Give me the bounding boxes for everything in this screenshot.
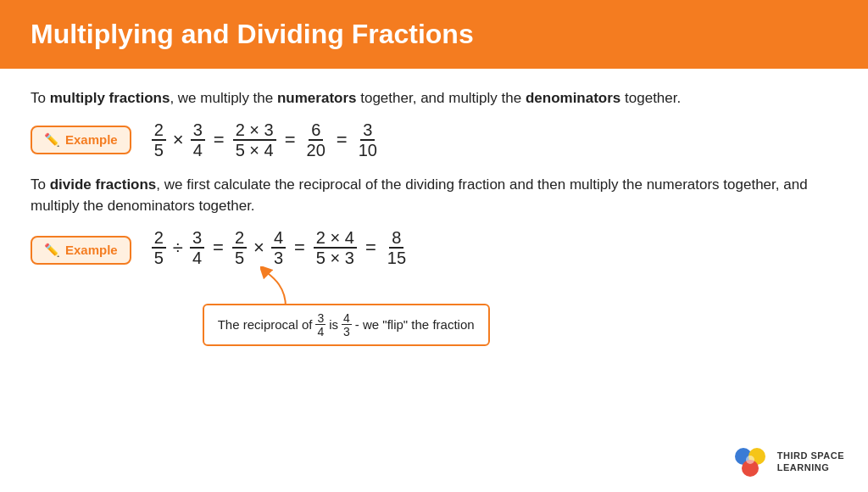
divide-frac3-num: 2 [232, 229, 247, 249]
divide-frac5-num: 2 × 4 [314, 229, 357, 249]
multiply-frac4: 6 20 [304, 121, 328, 159]
callout-frac-a-den: 4 [315, 325, 326, 338]
multiply-frac2-den: 4 [191, 141, 205, 159]
divide-frac4: 4 3 [271, 229, 286, 266]
logo-icon [732, 444, 769, 478]
arrow-svg [260, 266, 311, 309]
divide-frac4-den: 3 [271, 249, 286, 266]
multiply-bold1: multiply fractions [50, 90, 170, 106]
callout-frac-b-num: 4 [342, 312, 352, 325]
divide-frac1: 2 5 [152, 229, 166, 266]
divide-frac1-den: 5 [152, 249, 166, 266]
divide-example-row: ✏️ Example 2 5 ÷ 3 4 = 2 5 × [31, 229, 837, 343]
multiply-eq1: = [214, 129, 225, 151]
multiply-example-badge: ✏️ Example [31, 126, 131, 154]
callout-frac-a-num: 3 [315, 312, 326, 325]
divide-intro: To divide fractions, we first calculate … [31, 174, 837, 217]
page-header: Multiplying and Dividing Fractions [0, 0, 868, 69]
multiply-frac5-num: 3 [360, 121, 375, 141]
multiply-frac3: 2 × 3 5 × 4 [233, 121, 276, 159]
multiply-mid2: together, and multiply the [357, 90, 526, 106]
multiply-example-label: Example [65, 132, 118, 147]
multiply-frac5-den: 10 [356, 141, 380, 159]
divide-frac4-num: 4 [271, 229, 286, 249]
multiply-frac1-num: 2 [152, 121, 166, 141]
callout-text-mid: is [329, 317, 338, 332]
multiply-intro: To multiply fractions, we multiply the n… [31, 87, 837, 109]
main-content: To multiply fractions, we multiply the n… [0, 69, 868, 372]
multiply-bold3: denominators [526, 90, 620, 106]
divide-frac5: 2 × 4 5 × 3 [314, 229, 357, 266]
divide-eq1: = [213, 237, 224, 259]
callout-frac-a: 3 4 [315, 312, 326, 338]
divide-frac3-den: 5 [232, 249, 247, 266]
pencil-icon-2: ✏️ [44, 243, 60, 258]
divide-bold1: divide fractions [50, 176, 157, 193]
logo-text: THIRD SPACELEARNING [777, 450, 844, 474]
divide-frac2-den: 4 [190, 249, 204, 266]
divide-frac6: 8 15 [385, 229, 409, 266]
divide-frac2: 3 4 [190, 229, 204, 266]
multiply-op1: × [173, 129, 184, 151]
multiply-frac4-num: 6 [309, 121, 323, 141]
multiply-bold2: numerators [277, 90, 357, 106]
multiply-frac1: 2 5 [152, 121, 166, 159]
multiply-eq2: = [285, 129, 296, 151]
divide-frac6-num: 8 [389, 229, 403, 249]
callout-area: The reciprocal of 3 4 is 4 3 - we "flip"… [203, 266, 409, 343]
multiply-math: 2 5 × 3 4 = 2 × 3 5 × 4 = 6 20 = 3 10 [152, 121, 380, 159]
divide-eq3: = [365, 237, 376, 259]
divide-frac1-num: 2 [152, 229, 166, 249]
divide-frac2-num: 3 [190, 229, 204, 249]
divide-frac5-den: 5 × 3 [314, 249, 357, 266]
callout-frac-b-den: 3 [342, 325, 352, 338]
divide-frac3: 2 5 [232, 229, 247, 266]
multiply-frac2-num: 3 [191, 121, 205, 141]
callout-box: The reciprocal of 3 4 is 4 3 - we "flip"… [203, 304, 490, 346]
divide-op1: ÷ [173, 237, 183, 259]
svg-point-3 [746, 456, 754, 464]
multiply-frac2: 3 4 [191, 121, 205, 159]
divide-op2: × [253, 237, 264, 259]
multiply-example-row: ✏️ Example 2 5 × 3 4 = 2 × 3 5 × 4 = 6 2… [31, 121, 837, 159]
pencil-icon: ✏️ [44, 132, 60, 148]
callout-frac-b: 4 3 [342, 312, 352, 338]
multiply-frac3-den: 5 × 4 [233, 141, 276, 159]
logo-area: THIRD SPACELEARNING [732, 444, 844, 478]
divide-math: 2 5 ÷ 3 4 = 2 5 × 4 3 = [152, 229, 409, 266]
divide-eq2: = [294, 237, 305, 259]
divide-frac6-den: 15 [385, 249, 409, 266]
multiply-frac4-den: 20 [304, 141, 328, 159]
divide-example-badge: ✏️ Example [31, 236, 131, 265]
divide-example-label: Example [65, 243, 118, 257]
multiply-mid1: , we multiply the [170, 90, 277, 106]
multiply-frac3-num: 2 × 3 [233, 121, 276, 141]
multiply-frac1-den: 5 [152, 141, 166, 159]
callout-text-before: The reciprocal of [218, 317, 313, 332]
page-title: Multiplying and Dividing Fractions [31, 19, 837, 50]
multiply-end1: together. [620, 90, 681, 106]
multiply-eq3: = [337, 129, 348, 151]
multiply-frac5: 3 10 [356, 121, 380, 159]
callout-text-after: - we "flip" the fraction [355, 317, 475, 332]
